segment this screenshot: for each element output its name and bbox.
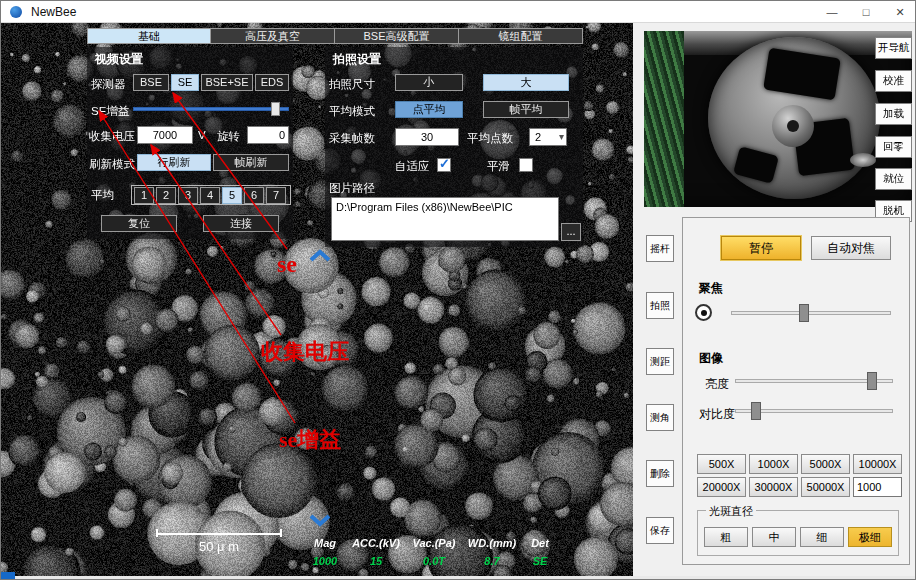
brightness-slider[interactable] [735,372,893,390]
status-header: WD.(mm) [463,537,521,549]
detector-label: 探测器 [91,77,126,92]
taskbar-sliver[interactable] [1,572,15,580]
se-gain-thumb[interactable] [271,102,280,116]
config-tabs: 基础 高压及真空 BSE高级配置 镜组配置 [87,28,583,44]
size-small-button[interactable]: 小 [395,74,463,91]
scale-label: 50 μ m [156,539,282,554]
mag-30000x-button[interactable]: 30000X [749,477,798,497]
refresh-frame-button[interactable]: 帧刷新 [213,154,289,171]
path-field[interactable]: D:\Program Files (x86)\NewBee\PIC [331,197,559,241]
avg-points-select[interactable]: 2 ▾ [529,128,567,146]
delete-button[interactable]: 删除 [646,460,674,487]
maximize-icon[interactable]: □ [849,1,883,23]
mag-10000x-button[interactable]: 10000X [853,454,902,474]
focus-slider[interactable] [731,304,891,322]
refresh-mode-label: 刷新模式 [89,157,135,172]
autofocus-button[interactable]: 自动对焦 [811,236,891,260]
adaptive-checkbox[interactable] [437,158,451,172]
spot-medium-button[interactable]: 中 [752,527,796,547]
mag-5000x-button[interactable]: 5000X [801,454,850,474]
contrast-slider-thumb[interactable] [751,402,761,420]
chevron-down-icon: ▾ [559,131,564,142]
load-button[interactable]: 加载 [875,103,912,125]
scale-line [156,533,282,535]
home-zero-button[interactable]: 回零 [875,136,912,158]
detector-bse-se-button[interactable]: BSE+SE [201,74,253,91]
annotation-voltage: 收集电压 [261,337,349,367]
contrast-slider[interactable] [735,402,893,420]
mag-1000x-button[interactable]: 1000X [749,454,798,474]
video-settings-title: 视频设置 [95,51,143,68]
collect-voltage-label: 收集电压 [89,129,135,144]
se-gain-slider[interactable] [133,101,289,117]
spot-size-group: 光斑直径 粗 中 细 极细 [697,510,899,556]
focus-label: 聚焦 [699,280,723,297]
app-icon [10,6,22,18]
connect-button[interactable]: 连接 [203,215,279,232]
frames-label: 采集帧数 [329,131,375,146]
collapse-up-chevron-icon[interactable] [307,249,333,264]
capture-button[interactable]: 拍照 [646,292,674,319]
browse-button[interactable]: ... [561,223,581,241]
status-header: Det [521,537,559,549]
detector-bse-button[interactable]: BSE [133,74,169,91]
in-place-button[interactable]: 就位 [875,168,912,190]
measure-angle-button[interactable]: 测角 [646,404,674,431]
avg-mode-point-button[interactable]: 点平均 [395,101,463,118]
minimize-icon[interactable]: — [815,1,849,23]
tab-bse-advanced[interactable]: BSE高级配置 [335,28,459,44]
average-6-button[interactable]: 6 [244,187,264,204]
reset-button[interactable]: 复位 [101,215,177,232]
average-4-button[interactable]: 4 [200,187,220,204]
chamber-camera-view [644,31,912,207]
focus-indicator-dot [701,310,707,316]
detector-eds-button[interactable]: EDS [255,74,289,91]
save-button[interactable]: 保存 [646,517,674,544]
average-3-button[interactable]: 3 [178,187,198,204]
focus-indicator-icon[interactable] [695,304,712,321]
brightness-slider-thumb[interactable] [867,372,877,390]
average-mode-label: 平均模式 [329,104,375,119]
average-1-button[interactable]: 1 [134,187,154,204]
mag-20000x-button[interactable]: 20000X [697,477,746,497]
tab-basic[interactable]: 基础 [87,28,211,44]
calibrate-button[interactable]: 校准 [875,70,912,92]
tab-hv-vacuum[interactable]: 高压及真空 [211,28,335,44]
average-2-button[interactable]: 2 [156,187,176,204]
status-value: 1000 [303,555,347,567]
close-icon[interactable]: ✕ [883,1,916,23]
scale-bar: 50 μ m [156,533,282,554]
spot-fine-button[interactable]: 细 [800,527,844,547]
avg-mode-frame-button[interactable]: 帧平均 [483,101,569,118]
size-large-button[interactable]: 大 [483,74,569,91]
smooth-checkbox[interactable] [519,158,533,172]
expand-down-chevron-icon[interactable] [307,513,333,528]
mag-50000x-button[interactable]: 50000X [801,477,850,497]
measure-distance-button[interactable]: 测距 [646,348,674,375]
nav-open-button[interactable]: 开导航 [875,37,912,59]
average-button-group: 1 2 3 4 5 6 7 [131,185,291,205]
spot-size-label: 光斑直径 [706,504,756,519]
rotation-label: 旋转 [217,129,240,144]
focus-slider-thumb[interactable] [799,304,809,322]
photo-settings-panel: 拍照设置 拍照尺寸 小 大 平均模式 点平均 帧平均 采集帧数 平均点数 2 ▾… [325,47,583,247]
status-col-wd: WD.(mm) 8.7 [463,537,521,567]
joystick-button[interactable]: 摇杆 [646,235,674,262]
collect-voltage-input[interactable] [137,126,193,144]
window-controls: — □ ✕ [815,1,916,23]
status-header: Vac.(Pa) [405,537,463,549]
average-7-button[interactable]: 7 [266,187,286,204]
rotation-input[interactable] [247,126,289,144]
detector-se-button[interactable]: SE [171,74,199,91]
spot-coarse-button[interactable]: 粗 [704,527,748,547]
refresh-row-button[interactable]: 行刷新 [137,154,211,171]
mag-500x-button[interactable]: 500X [697,454,746,474]
annotation-gain: se增益 [279,425,341,455]
average-5-button[interactable]: 5 [222,187,242,204]
frames-input[interactable] [395,128,459,146]
pause-button[interactable]: 暂停 [721,236,801,260]
smooth-label: 平滑 [487,159,510,174]
mag-input[interactable] [853,477,902,497]
spot-extra-fine-button[interactable]: 极细 [848,527,892,547]
tab-lens-config[interactable]: 镜组配置 [459,28,583,44]
